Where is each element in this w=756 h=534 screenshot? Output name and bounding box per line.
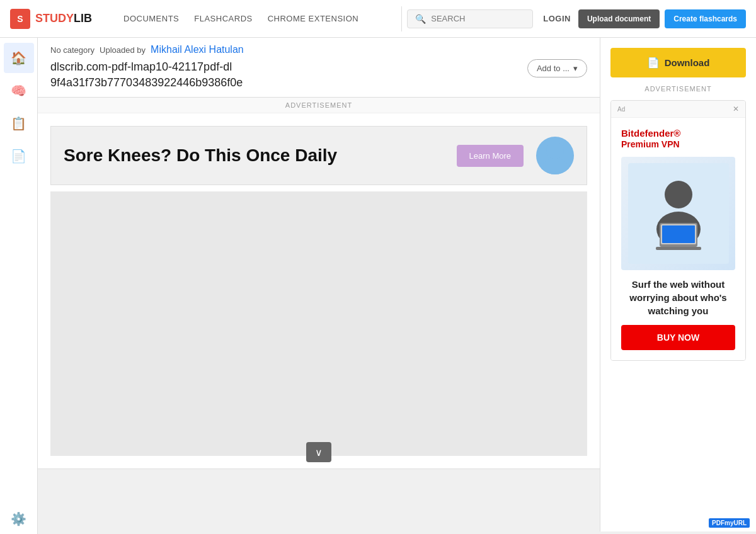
main-content: No category Uploaded by Mikhail Alexi Ha… <box>38 38 600 531</box>
left-sidebar: 🏠 🧠 📋 📄 ⚙️ <box>0 38 38 531</box>
ad-close-button[interactable]: ✕ <box>733 105 739 113</box>
sidebar-item-home[interactable]: 🏠 <box>4 43 34 73</box>
sidebar-item-clipboard[interactable]: 📋 <box>4 108 34 139</box>
uploader-name-link[interactable]: Mikhail Alexi Hatulan <box>151 44 244 55</box>
download-button[interactable]: 📄 Download <box>610 48 746 77</box>
ad-avatar <box>536 137 574 174</box>
nav-link-documents[interactable]: DOCUMENTS <box>123 14 179 23</box>
search-icon: 🔍 <box>415 14 426 24</box>
search-input[interactable] <box>431 14 507 23</box>
doc-title-row: dlscrib.com-pdf-lmap10-42117pdf-dl 9f4a3… <box>50 59 587 91</box>
ad-sidebar-header: Ad ✕ <box>611 101 745 118</box>
page-layout: 🏠 🧠 📋 📄 ⚙️ No category Uploaded by Mikha… <box>0 38 756 531</box>
svg-point-3 <box>665 181 692 208</box>
logo[interactable]: S STUDYLIB <box>10 9 111 29</box>
ad-headline: Sore Knees? Do This Once Daily <box>64 145 444 166</box>
no-category-label: No category <box>50 45 94 55</box>
doc-header: No category Uploaded by Mikhail Alexi Ha… <box>38 38 600 98</box>
pdfmyurl-footer: PDFmyURL <box>709 518 750 528</box>
pdf-logo: PDFmyURL <box>709 518 750 528</box>
doc-view-area: Sore Knees? Do This Once Daily Learn Mor… <box>38 113 600 469</box>
nav-divider <box>401 6 402 31</box>
clipboard-icon: 📋 <box>11 116 26 131</box>
svg-rect-8 <box>656 247 701 250</box>
sidebar-item-settings[interactable]: ⚙️ <box>4 504 34 531</box>
download-icon: 📄 <box>647 57 660 69</box>
document-icon: 📄 <box>11 149 26 164</box>
doc-title: dlscrib.com-pdf-lmap10-42117pdf-dl 9f4a3… <box>50 59 243 91</box>
nav-links: DOCUMENTS FLASHCARDS CHROME EXTENSION <box>123 14 396 23</box>
ad-banner: Sore Knees? Do This Once Daily Learn Mor… <box>50 126 587 185</box>
right-ad-label: ADVERTISEMENT <box>610 85 746 93</box>
logo-icon: S <box>10 9 30 29</box>
top-navigation: S STUDYLIB DOCUMENTS FLASHCARDS CHROME E… <box>0 0 756 38</box>
logo-text: STUDYLIB <box>35 12 92 25</box>
buy-now-button[interactable]: BUY NOW <box>621 325 735 350</box>
brain-icon: 🧠 <box>11 83 26 98</box>
home-icon: 🏠 <box>11 50 26 65</box>
scroll-down-button[interactable]: ∨ <box>306 442 331 462</box>
search-area[interactable]: 🔍 <box>407 9 533 28</box>
doc-meta: No category Uploaded by Mikhail Alexi Ha… <box>50 44 587 55</box>
nav-link-chrome-extension[interactable]: CHROME EXTENSION <box>268 14 359 23</box>
sidebar-item-document[interactable]: 📄 <box>4 141 34 171</box>
ad-sidebar-content: Bitdefender® Premium VPN <box>611 118 745 360</box>
sidebar-item-brain[interactable]: 🧠 <box>4 76 34 106</box>
svg-point-1 <box>541 158 569 174</box>
footer-area <box>38 469 600 531</box>
upload-document-button[interactable]: Upload document <box>578 9 660 28</box>
ad-body-text: Surf the web without worrying about who'… <box>621 278 735 317</box>
svg-point-0 <box>546 142 564 159</box>
ad-sponsored-label: Ad <box>617 106 625 113</box>
doc-grey-area <box>50 191 587 456</box>
chevron-down-icon: ▾ <box>573 64 578 73</box>
ad-cta-button[interactable]: Learn More <box>457 145 524 167</box>
sidebar-ad-box: Ad ✕ Bitdefender® Premium VPN <box>610 100 746 361</box>
advertisement-bar: ADVERTISEMENT <box>38 98 600 113</box>
svg-rect-7 <box>662 225 695 243</box>
bitdefender-sub: Premium VPN <box>621 139 735 149</box>
doc-page: Sore Knees? Do This Once Daily Learn Mor… <box>38 113 600 469</box>
ad-image <box>621 157 735 270</box>
nav-link-flashcards[interactable]: FLASHCARDS <box>194 14 252 23</box>
bitdefender-brand: Bitdefender® <box>621 128 735 139</box>
add-to-button[interactable]: Add to ... ▾ <box>527 59 587 77</box>
login-button[interactable]: LOGIN <box>543 14 571 23</box>
settings-icon: ⚙️ <box>11 511 26 526</box>
right-sidebar: 📄 Download ADVERTISEMENT Ad ✕ Bitdefende… <box>600 38 756 531</box>
create-flashcards-button[interactable]: Create flashcards <box>665 9 746 28</box>
uploaded-by-label: Uploaded by <box>100 45 146 55</box>
chevron-down-icon: ∨ <box>315 446 323 458</box>
